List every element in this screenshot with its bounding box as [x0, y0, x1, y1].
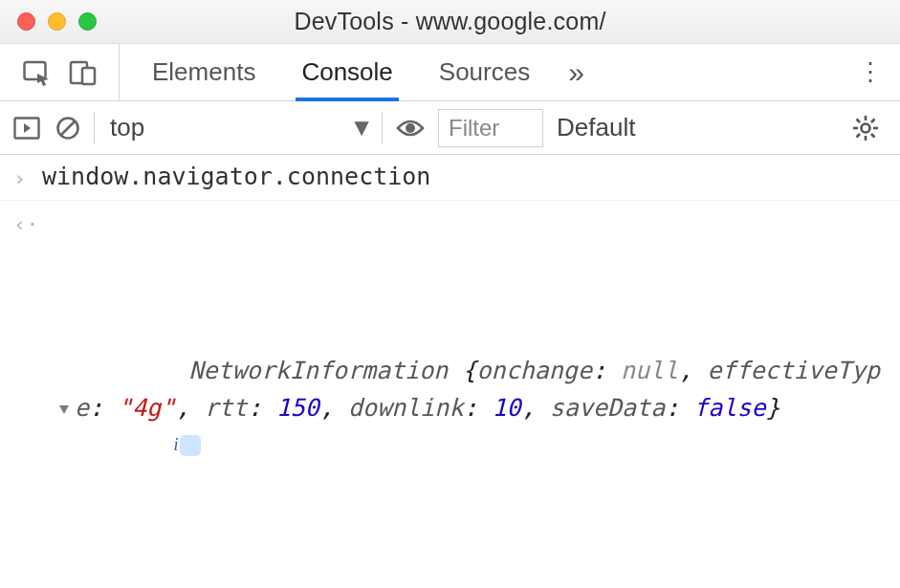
- log-level-label: Default: [557, 113, 635, 142]
- summary-saveData: false: [693, 394, 765, 422]
- class-name: NetworkInformation: [188, 357, 448, 384]
- svg-line-13: [871, 134, 875, 138]
- toggle-drawer-icon[interactable]: [13, 117, 40, 140]
- tabs-overflow-button[interactable]: »: [568, 56, 584, 89]
- console-toolbar: top ▼ Filter Default: [0, 101, 900, 155]
- console-input-row[interactable]: › window.navigator.connection: [0, 155, 900, 200]
- svg-point-6: [406, 123, 415, 133]
- clear-console-icon[interactable]: [55, 116, 80, 141]
- console-output: › window.navigator.connection ‹· Network…: [0, 155, 900, 588]
- minimize-window-button[interactable]: [48, 12, 66, 31]
- svg-line-14: [871, 119, 875, 122]
- expand-toggle-icon[interactable]: [59, 405, 69, 414]
- input-marker-icon: ›: [13, 159, 42, 196]
- devtools-tabbar: Elements Console Sources » ⋮: [0, 44, 900, 101]
- chevron-down-icon: ▼: [349, 113, 374, 142]
- svg-line-5: [61, 121, 75, 135]
- svg-rect-2: [82, 68, 95, 84]
- console-result-row[interactable]: ‹· NetworkInformation {onchange: null, e…: [0, 200, 900, 588]
- window-title: DevTools - www.google.com/: [0, 8, 900, 35]
- context-label: top: [110, 113, 144, 142]
- console-settings-icon[interactable]: [843, 115, 889, 142]
- output-marker-icon: ‹·: [13, 205, 42, 588]
- filter-input[interactable]: Filter: [438, 109, 543, 147]
- tab-elements[interactable]: Elements: [148, 44, 259, 100]
- tab-label: Sources: [439, 57, 530, 87]
- info-icon[interactable]: i: [180, 435, 201, 456]
- summary-effectiveType: "4g": [118, 394, 175, 422]
- summary-onchange: null: [621, 357, 678, 384]
- summary-rtt: 150: [276, 394, 319, 422]
- object-summary[interactable]: NetworkInformation {onchange: null, effe…: [42, 316, 890, 501]
- device-toolbar-icon[interactable]: [69, 59, 98, 86]
- summary-downlink: 10: [493, 394, 521, 422]
- zoom-window-button[interactable]: [78, 12, 97, 31]
- close-window-button[interactable]: [17, 12, 35, 31]
- log-level-selector[interactable]: Default: [557, 113, 635, 142]
- tab-console[interactable]: Console: [297, 44, 396, 100]
- more-options-button[interactable]: ⋮: [852, 57, 890, 87]
- svg-point-7: [862, 123, 870, 132]
- window-controls: [17, 12, 97, 31]
- tab-label: Elements: [152, 57, 255, 87]
- live-expression-icon[interactable]: [396, 118, 425, 139]
- execution-context-selector[interactable]: top ▼: [95, 109, 382, 147]
- filter-placeholder: Filter: [449, 115, 499, 142]
- svg-line-12: [857, 119, 861, 122]
- inspect-element-icon[interactable]: [23, 59, 52, 86]
- svg-line-15: [857, 134, 861, 138]
- titlebar: DevTools - www.google.com/: [0, 0, 900, 44]
- tab-sources[interactable]: Sources: [435, 44, 534, 100]
- tab-label: Console: [301, 57, 392, 87]
- console-input-text: window.navigator.connection: [42, 159, 890, 196]
